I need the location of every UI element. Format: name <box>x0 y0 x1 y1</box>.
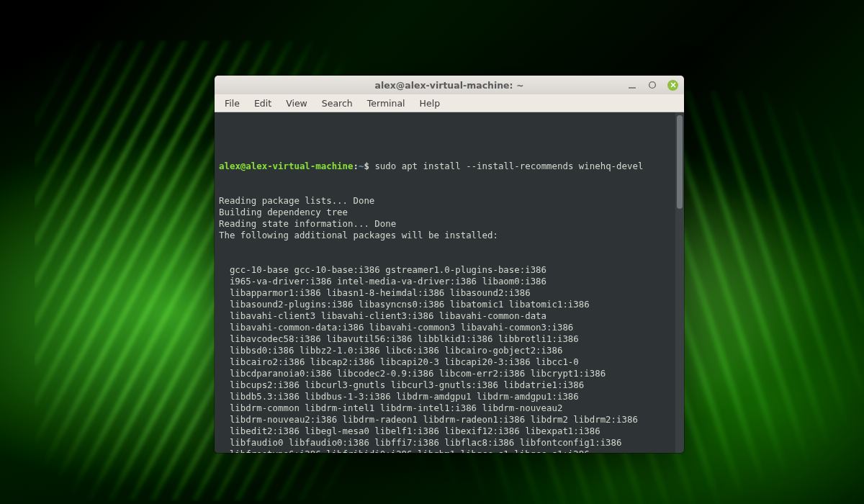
menubar: File Edit View Search Terminal Help <box>215 94 684 112</box>
prompt-user-host: alex@alex-virtual-machine <box>219 161 354 171</box>
package-list-line: libavahi-client3 libavahi-client3:i386 l… <box>219 310 680 322</box>
maximize-button[interactable] <box>647 80 657 90</box>
package-list-line: libdb5.3:i386 libdbus-1-3:i386 libdrm-am… <box>219 391 680 402</box>
package-list-line: i965-va-driver:i386 intel-media-va-drive… <box>219 276 680 287</box>
menu-help[interactable]: Help <box>414 96 446 110</box>
prompt-colon: : <box>354 161 359 171</box>
scrollbar-thumb[interactable] <box>677 115 683 209</box>
menu-search[interactable]: Search <box>316 96 359 110</box>
package-list-line: libfreetype6:i386 libfribidi0:i386 libgb… <box>219 449 680 453</box>
package-list-line: libasound2-plugins:i386 libasyncns0:i386… <box>219 299 680 310</box>
package-list-line: libdrm-nouveau2:i386 libdrm-radeon1 libd… <box>219 414 680 426</box>
package-list-line: libcdparanoia0:i386 libcodec2-0.9:i386 l… <box>219 368 680 379</box>
package-list-line: libavcodec58:i386 libavutil56:i386 libbl… <box>219 333 680 345</box>
output-line: Reading state information... Done <box>219 218 680 230</box>
package-list-line: libfaudio0 libfaudio0:i386 libffi7:i386 … <box>219 437 680 449</box>
menu-edit[interactable]: Edit <box>248 96 277 110</box>
menu-view[interactable]: View <box>280 96 313 110</box>
window-title: alex@alex-virtual-machine: ~ <box>215 80 684 91</box>
package-list-line: libcairo2:i386 libcap2:i386 libcapi20-3 … <box>219 356 680 368</box>
package-list-line: libapparmor1:i386 libasn1-8-heimdal:i386… <box>219 287 680 299</box>
output-line: The following additional packages will b… <box>219 230 680 241</box>
terminal-content: alex@alex-virtual-machine:~$ sudo apt in… <box>219 138 680 453</box>
prompt-dollar: $ <box>364 161 369 171</box>
package-list-line: libavahi-common-data:i386 libavahi-commo… <box>219 322 680 333</box>
window-titlebar[interactable]: alex@alex-virtual-machine: ~ <box>215 76 684 94</box>
close-button[interactable] <box>667 80 678 91</box>
package-list-line: libcups2:i386 libcurl3-gnutls libcurl3-g… <box>219 379 680 391</box>
menu-terminal[interactable]: Terminal <box>361 96 411 110</box>
menu-file[interactable]: File <box>219 96 246 110</box>
window-controls <box>627 80 678 91</box>
scrollbar-track[interactable] <box>675 112 684 453</box>
package-list-line: libdrm-common libdrm-intel1 libdrm-intel… <box>219 402 680 414</box>
output-line: Building dependency tree <box>219 207 680 218</box>
terminal-viewport[interactable]: alex@alex-virtual-machine:~$ sudo apt in… <box>215 112 684 453</box>
package-list-line: libedit2:i386 libegl-mesa0 libelf1:i386 … <box>219 426 680 437</box>
package-list-line: gcc-10-base gcc-10-base:i386 gstreamer1.… <box>219 264 680 276</box>
package-list-line: libbsd0:i386 libbz2-1.0:i386 libc6:i386 … <box>219 345 680 356</box>
minimize-button[interactable] <box>627 80 637 90</box>
output-line: Reading package lists... Done <box>219 195 680 207</box>
command-text: sudo apt install --install-recommends wi… <box>374 161 643 171</box>
terminal-window: alex@alex-virtual-machine: ~ File Edit V… <box>215 76 684 453</box>
prompt-line: alex@alex-virtual-machine:~$ sudo apt in… <box>219 161 680 172</box>
svg-point-1 <box>649 82 656 89</box>
